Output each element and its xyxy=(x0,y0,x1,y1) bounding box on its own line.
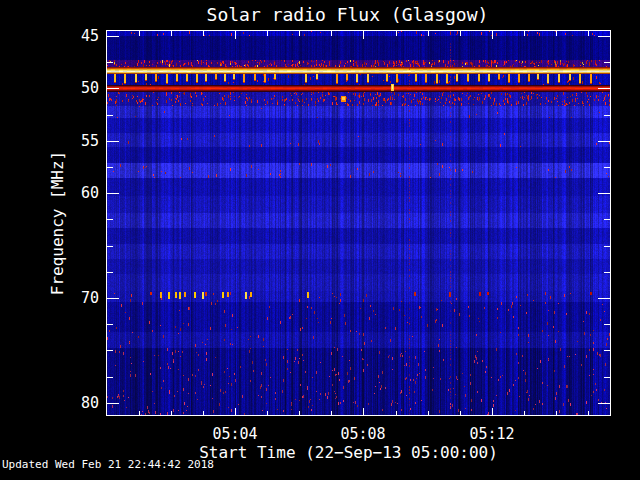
y-tick-label: 50 xyxy=(55,79,99,97)
y-tick-label: 45 xyxy=(55,27,99,45)
updated-timestamp: Updated Wed Feb 21 22:44:42 2018 xyxy=(2,458,214,471)
y-axis-title: Frequency [MHz] xyxy=(48,151,67,296)
y-tick-label: 60 xyxy=(55,184,99,202)
spectrogram-canvas xyxy=(107,31,610,415)
y-tick-label: 80 xyxy=(55,394,99,412)
page-title: Solar radio Flux (Glasgow) xyxy=(96,4,599,26)
y-tick-label: 55 xyxy=(55,132,99,150)
x-tick-label: 05:12 xyxy=(460,425,524,443)
x-tick-label: 05:04 xyxy=(203,425,267,443)
plot-area xyxy=(106,30,611,416)
spectrogram-window: Solar radio Flux (Glasgow) Frequency [MH… xyxy=(0,0,640,480)
x-tick-label: 05:08 xyxy=(331,425,395,443)
y-tick-label: 70 xyxy=(55,289,99,307)
